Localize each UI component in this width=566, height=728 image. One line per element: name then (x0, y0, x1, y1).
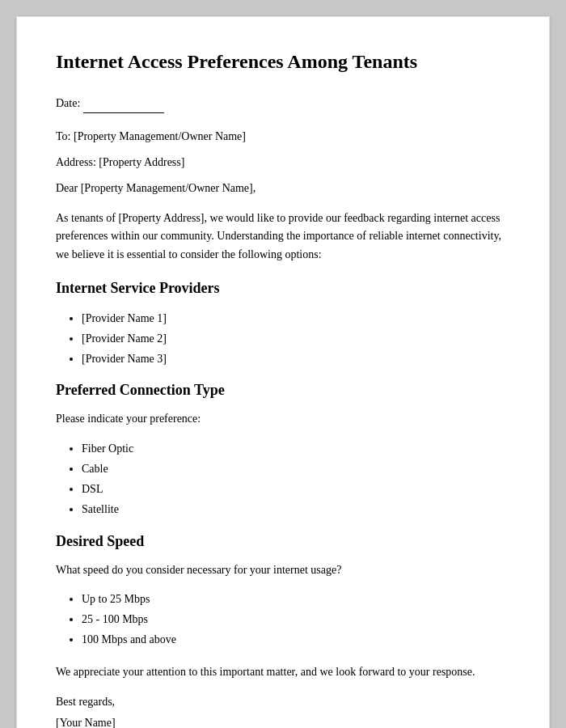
document-title: Internet Access Preferences Among Tenant… (56, 49, 510, 74)
date-label: Date: (56, 97, 80, 109)
list-item: 25 - 100 Mbps (82, 609, 510, 629)
list-item: 100 Mbps and above (82, 629, 510, 650)
isp-list: [Provider Name 1] [Provider Name 2] [Pro… (82, 308, 510, 370)
address-field: Address: [Property Address] (56, 154, 510, 171)
list-item: [Provider Name 1] (82, 308, 510, 328)
list-item: [Provider Name 2] (82, 328, 510, 349)
sign-off: Best regards, (56, 696, 510, 709)
list-item: Cable (82, 459, 510, 479)
list-item: Satellite (82, 499, 510, 519)
speed-note: What speed do you consider necessary for… (56, 561, 510, 579)
date-field: Date: (56, 94, 510, 112)
list-item: [Provider Name 3] (82, 349, 510, 369)
list-item: DSL (82, 479, 510, 499)
list-item: Up to 25 Mbps (82, 589, 510, 609)
signer-name: [Your Name] (56, 717, 510, 728)
list-item: Fiber Optic (82, 438, 510, 459)
dear-field: Dear [Property Management/Owner Name], (56, 180, 510, 197)
to-field: To: [Property Management/Owner Name] (56, 128, 510, 146)
section-heading-speed: Desired Speed (56, 533, 510, 550)
date-underline (83, 94, 164, 112)
speed-list: Up to 25 Mbps 25 - 100 Mbps 100 Mbps and… (82, 589, 510, 650)
document-page: Internet Access Preferences Among Tenant… (16, 16, 550, 728)
section-heading-connection: Preferred Connection Type (56, 382, 510, 399)
connection-note: Please indicate your preference: (56, 410, 510, 428)
connection-list: Fiber Optic Cable DSL Satellite (82, 438, 510, 520)
intro-paragraph: As tenants of [Property Address], we wou… (56, 210, 510, 264)
closing-paragraph: We appreciate your attention to this imp… (56, 663, 510, 681)
section-heading-isp: Internet Service Providers (56, 280, 510, 297)
